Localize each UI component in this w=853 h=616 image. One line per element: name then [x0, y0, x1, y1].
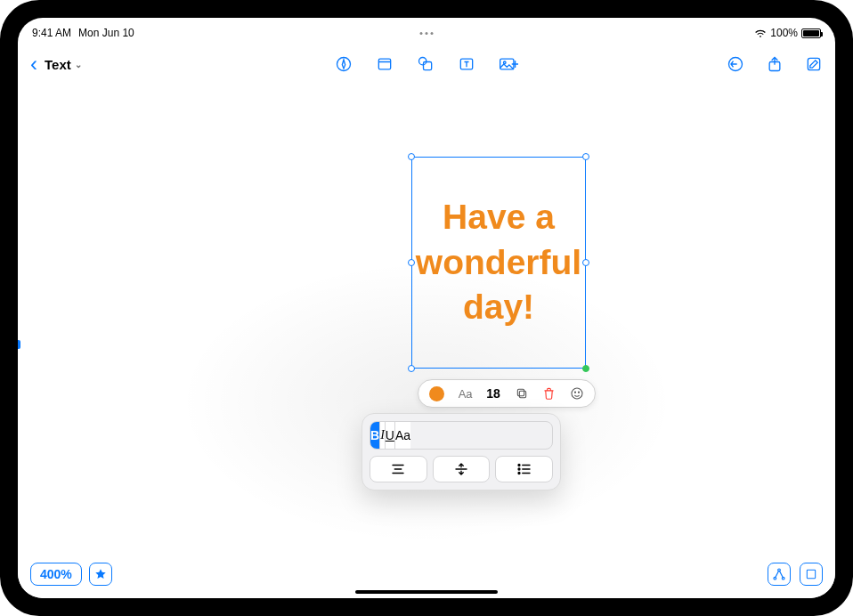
vertical-align-button[interactable]	[433, 456, 491, 482]
svg-point-13	[572, 388, 582, 399]
resize-handle-tr[interactable]	[582, 153, 589, 160]
pen-tool-icon[interactable]	[335, 55, 353, 73]
status-bar: 9:41 AM Mon Jun 10 100%	[18, 25, 835, 41]
edge-tick	[18, 340, 20, 349]
compose-icon[interactable]	[805, 55, 823, 73]
text-box-selected[interactable]: Have a wonderful day!	[411, 157, 586, 369]
duplicate-icon[interactable]	[515, 386, 529, 401]
wifi-icon	[754, 28, 767, 37]
app-toolbar: ‹ Text ⌄	[18, 48, 835, 80]
font-picker[interactable]: Aa	[459, 387, 473, 401]
document-title: Text	[45, 57, 71, 72]
undo-icon[interactable]	[727, 55, 744, 73]
text-format-panel: B I U Aa	[362, 413, 561, 490]
sticky-note-tool-icon[interactable]	[376, 55, 394, 73]
delete-icon[interactable]	[542, 386, 556, 401]
resize-handle-mr[interactable]	[582, 259, 589, 266]
multitask-indicator[interactable]	[420, 32, 434, 35]
svg-point-15	[579, 392, 580, 393]
svg-rect-1	[378, 59, 390, 69]
emoji-icon[interactable]	[570, 386, 584, 401]
resize-handle-br[interactable]	[582, 365, 589, 372]
text-box-content[interactable]: Have a wonderful day!	[416, 195, 581, 330]
resize-handle-ml[interactable]	[408, 259, 415, 266]
status-date: Mon Jun 10	[78, 27, 134, 39]
svg-point-22	[518, 468, 520, 470]
caps-button[interactable]: Aa	[395, 422, 410, 449]
screen: 9:41 AM Mon Jun 10 100% ‹ Text	[18, 18, 835, 598]
battery-percent: 100%	[770, 27, 798, 39]
svg-rect-11	[519, 391, 525, 397]
home-indicator[interactable]	[355, 590, 498, 594]
zoom-level-button[interactable]: 400%	[30, 563, 82, 586]
svg-point-26	[774, 577, 776, 580]
battery-icon	[801, 28, 821, 38]
inline-text-editor: Aa 18	[418, 379, 596, 408]
document-title-dropdown[interactable]: Text ⌄	[45, 57, 82, 72]
text-tool-icon[interactable]	[458, 55, 475, 73]
svg-point-28	[778, 569, 781, 571]
ipad-frame: 9:41 AM Mon Jun 10 100% ‹ Text	[0, 0, 853, 616]
svg-point-24	[518, 473, 520, 474]
canvas[interactable]: Have a wonderful day! Aa 18	[18, 84, 835, 598]
status-time: 9:41 AM	[32, 27, 71, 39]
svg-rect-29	[807, 570, 815, 578]
resize-handle-tl[interactable]	[408, 153, 415, 160]
svg-point-14	[575, 392, 576, 393]
text-color-swatch[interactable]	[429, 386, 444, 401]
underline-button[interactable]: U	[386, 422, 395, 449]
style-segment-group: B I U Aa	[370, 421, 553, 450]
resize-handle-bl[interactable]	[408, 365, 415, 372]
favorites-button[interactable]	[89, 563, 112, 586]
align-button[interactable]	[370, 456, 427, 482]
chevron-down-icon: ⌄	[75, 60, 82, 69]
media-tool-icon[interactable]	[499, 55, 518, 73]
font-size[interactable]: 18	[486, 386, 500, 401]
svg-point-4	[419, 58, 426, 65]
share-icon[interactable]	[766, 55, 784, 73]
back-chevron-icon[interactable]: ‹	[30, 53, 37, 75]
svg-rect-3	[424, 62, 432, 70]
selection-tool-button[interactable]	[800, 563, 823, 586]
list-button[interactable]	[495, 456, 553, 482]
shape-tool-icon[interactable]	[417, 55, 435, 73]
svg-rect-12	[517, 389, 524, 395]
connector-tool-button[interactable]	[768, 563, 791, 586]
svg-point-20	[518, 465, 520, 466]
svg-point-27	[782, 577, 784, 580]
bold-button[interactable]: B	[370, 422, 380, 449]
